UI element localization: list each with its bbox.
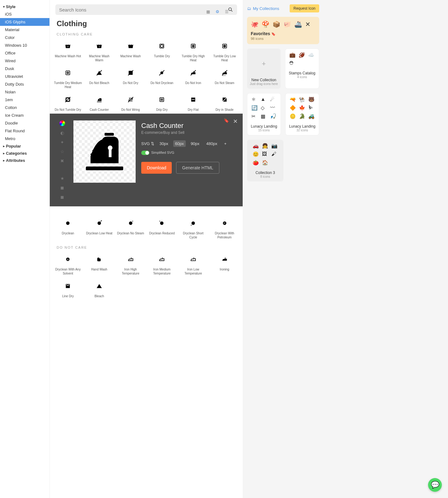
icon-cell[interactable]: Do Not Iron <box>178 65 208 91</box>
color-wheel-icon[interactable] <box>59 120 65 126</box>
square-icon[interactable]: ◼ <box>60 185 64 190</box>
icon-cell[interactable]: Tumble Dry Low Heat <box>209 39 240 64</box>
request-icon-button[interactable]: Request Icon <box>290 4 319 12</box>
size-90[interactable]: 90px <box>189 140 201 147</box>
icon-cell[interactable]: Dryclean Low Heat <box>84 216 114 241</box>
view-grid-icon[interactable]: ▦ <box>205 9 211 14</box>
icon-cell[interactable]: ADryclean With Any Solvent <box>53 252 83 277</box>
sidebar-item-cotton[interactable]: Cotton <box>0 104 49 111</box>
icon-cell[interactable]: Do Not Steam <box>209 65 240 91</box>
icon-label: Bleach <box>95 294 104 298</box>
detail-preview <box>73 120 136 183</box>
icon-cell[interactable]: Do Not Bleach <box>84 65 114 91</box>
sidebar-item-nolan[interactable]: Nolan <box>0 88 49 96</box>
icon-cell[interactable]: Bleach <box>84 279 114 300</box>
svg-rect-68 <box>162 258 163 259</box>
chat-button[interactable]: 💬 <box>428 478 442 492</box>
icon-cell[interactable]: Tumble Dry High Heat <box>178 39 208 64</box>
overlay-icon[interactable]: ☆ <box>60 149 64 154</box>
collection-lunacy2[interactable]: 🔫🐏🐻 🔶🍁⛷ 🪙🐊🚜 Lunacy Landing 32 icons <box>285 93 319 135</box>
sidebar-section-style[interactable]: ▾Style <box>0 3 49 10</box>
sidebar-item-color[interactable]: Color <box>0 34 49 41</box>
add-size-icon[interactable]: + <box>222 140 229 147</box>
ship-icon: 🚢 <box>294 21 302 28</box>
icon-cell[interactable]: Drip Dry <box>147 92 177 114</box>
simplified-toggle[interactable]: Simplified SVG <box>141 151 236 155</box>
svg-point-69 <box>161 260 162 260</box>
favorites-collection[interactable]: 🐙 🍄 📦 🐖 🚢 ✕ Favorites 🔖 98 icons <box>247 17 319 44</box>
icon-cell[interactable]: Do Not Wring <box>115 92 146 114</box>
pig-icon: 🐖 <box>283 21 291 28</box>
generate-html-button[interactable]: Generate HTML <box>176 162 219 174</box>
toggle-on-icon <box>141 151 149 155</box>
collection-stamps[interactable]: 💼🏈☁️ ⛑ Stamps Catalog 4 icons <box>285 49 319 89</box>
icon-cell[interactable]: Iron Low Temperature <box>178 252 208 277</box>
icon-label: Hand Wash <box>91 267 107 271</box>
sidebar-item-ultraviolet[interactable]: Ultraviolet <box>0 73 49 80</box>
icon-cell[interactable]: Do Not Dryclean <box>147 65 177 91</box>
icon-cell[interactable]: Machine Wash Hot <box>53 39 83 64</box>
sidebar-item-ios[interactable]: iOS <box>0 10 49 18</box>
bookmark-icon[interactable]: 🔖 <box>224 118 229 123</box>
sidebar-item-wired[interactable]: Wired <box>0 57 49 65</box>
collection-3[interactable]: 🚗👧📷 😊🖼🖌 🍅🏠 Collection 3 8 icons <box>247 140 283 181</box>
star-filled-icon[interactable]: ★ <box>60 176 64 181</box>
sidebar-section-popular[interactable]: ▸Popular <box>0 143 49 150</box>
sidebar-item-doodle[interactable]: Doodle <box>0 119 49 127</box>
icon-cell[interactable]: Dry Flat <box>178 92 208 114</box>
sidebar-section-attributes[interactable]: ▸Attributes <box>0 157 49 164</box>
sidebar-item-material[interactable]: Material <box>0 26 49 34</box>
size-30[interactable]: 30px <box>157 140 170 147</box>
icon-label: Cash Counter <box>90 108 109 112</box>
sidebar-item-flatround[interactable]: Flat Round <box>0 127 49 135</box>
recolor-icon[interactable]: ◐ <box>60 130 64 135</box>
icon-cell[interactable]: Do Not Dry <box>115 65 146 91</box>
size-60[interactable]: 60px <box>173 140 186 147</box>
superman-icon: 🔶 <box>290 105 296 111</box>
line-dry-icon <box>64 282 72 290</box>
icon-cell[interactable]: Dryclean No Steam <box>115 216 146 241</box>
icon-cell[interactable]: Ironing <box>209 252 240 277</box>
size-480[interactable]: 480px <box>204 140 219 147</box>
sidebar-item-windows10[interactable]: Windows 10 <box>0 41 49 49</box>
icon-cell[interactable]: Tumble Dry <box>147 39 177 64</box>
icon-cell[interactable]: Dryclean Reduced <box>147 216 177 241</box>
icon-cell[interactable]: Cash Counter <box>84 92 114 114</box>
download-button[interactable]: Download <box>141 162 172 174</box>
sidebar-section-categories[interactable]: ▸Categories <box>0 150 49 157</box>
new-collection[interactable]: + New Collection Just drag icons here <box>247 49 281 89</box>
sidebar-item-dotty[interactable]: Dotty Dots <box>0 80 49 88</box>
sidebar-item-1em[interactable]: 1em <box>0 96 49 104</box>
sidebar-item-office[interactable]: Office <box>0 49 49 57</box>
sidebar-item-dusk[interactable]: Dusk <box>0 65 49 73</box>
effects-icon[interactable]: ✦ <box>60 140 64 145</box>
detail-tools: ◐ ✦ ☆ ✖ ★ ◼ ◼ <box>57 120 68 200</box>
dry-flat-icon <box>189 96 197 103</box>
search-input[interactable] <box>59 7 228 12</box>
icon-cell[interactable]: Do Not Tumble Dry <box>53 92 83 114</box>
icon-cell[interactable]: Iron High Temperature <box>115 252 146 277</box>
sidebar-item-ios-glyphs[interactable]: iOS Glyphs <box>0 18 49 26</box>
icon-cell[interactable]: Line Dry <box>53 279 83 300</box>
icon-cell[interactable]: Dryclean <box>53 216 83 241</box>
icon-cell[interactable]: PDryclean With Petroleum <box>209 216 240 241</box>
text-icon[interactable]: ✖ <box>60 158 64 163</box>
collection-lunacy1[interactable]: ⚛▲☄ 🔄◇〰 ✂▩🎣 Lunacy Landing 15 icons <box>247 93 281 135</box>
format-select[interactable]: SVG ⇅ <box>141 141 154 146</box>
icon-cell[interactable]: Machine Wash Warm <box>84 39 114 64</box>
view-list-icon[interactable]: ☰ <box>224 9 230 14</box>
my-collections-link[interactable]: 🗂My Collections <box>247 6 279 11</box>
icon-cell[interactable]: Hand Wash <box>84 252 114 277</box>
icon-cell[interactable]: Dry in Shade <box>209 92 240 114</box>
icon-cell[interactable]: Dryclean Short Cycle <box>178 216 208 241</box>
close-icon[interactable]: ✕ <box>233 118 238 125</box>
sidebar-item-metro[interactable]: Metro <box>0 135 49 143</box>
icon-cell[interactable]: Machine Wash <box>115 39 146 64</box>
view-settings-icon[interactable]: ⚙ <box>215 9 220 14</box>
svg-point-43 <box>108 146 113 150</box>
icon-cell[interactable]: Iron Medium Temperature <box>147 252 177 277</box>
icon-cell[interactable]: Tumble Dry Medium Heat <box>53 65 83 91</box>
detail-breadcrumb[interactable]: E-commerce/Buy and Sell <box>141 130 236 135</box>
square2-icon[interactable]: ◼ <box>60 195 64 200</box>
sidebar-item-icecream[interactable]: Ice Cream <box>0 111 49 119</box>
